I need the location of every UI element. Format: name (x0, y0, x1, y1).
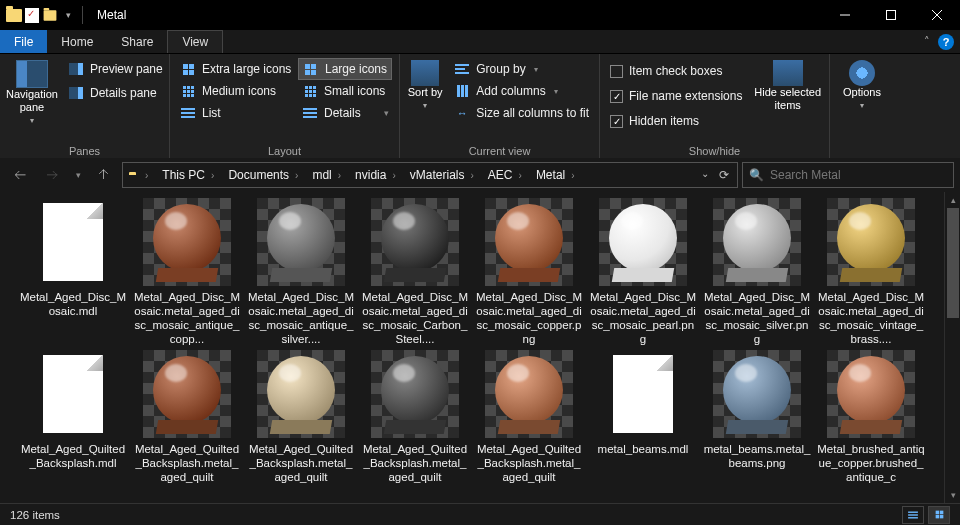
file-name-label: Metal_Aged_Disc_Mosaic.mdl (19, 290, 127, 318)
add-columns-button[interactable]: Add columns▾ (450, 80, 593, 102)
options-button[interactable]: Options ▾ (837, 58, 887, 110)
breadcrumb-segment[interactable]: Documents› (224, 168, 308, 182)
minimize-ribbon-icon[interactable]: ˄ (924, 35, 930, 48)
file-item[interactable]: Metal_Aged_Disc_Mosaic.metal_aged_disc_m… (816, 198, 926, 346)
explorer-window: ▾ Metal File Home Share View ˄ ? Navigat… (0, 0, 960, 525)
file-name-label: Metal_brushed_antique_copper.brushed_ant… (817, 442, 925, 484)
layout-details[interactable]: Details (298, 102, 378, 124)
maximize-button[interactable] (868, 0, 914, 30)
file-item[interactable]: Metal_Aged_Disc_Mosaic.mdl (18, 198, 128, 346)
layout-medium-icons[interactable]: Medium icons (176, 80, 296, 102)
size-columns-button[interactable]: ↔Size all columns to fit (450, 102, 593, 124)
file-name-label: Metal_Aged_Quilted_Backsplash.metal_aged… (475, 442, 583, 484)
close-button[interactable] (914, 0, 960, 30)
help-icon[interactable]: ? (938, 34, 954, 50)
layout-small-icons[interactable]: Small icons (298, 80, 392, 102)
item-checkboxes-toggle[interactable]: Item check boxes (606, 60, 746, 82)
scroll-down-icon[interactable]: ▾ (945, 487, 960, 503)
address-dropdown-icon[interactable]: ⌄ (701, 168, 709, 182)
group-by-button[interactable]: Group by▾ (450, 58, 593, 80)
layout-list[interactable]: List (176, 102, 296, 124)
details-pane-button[interactable]: Details pane (64, 82, 167, 104)
item-checkboxes-label: Item check boxes (629, 64, 722, 78)
file-item[interactable]: Metal_Aged_Disc_Mosaic.metal_aged_disc_m… (132, 198, 242, 346)
material-thumbnail (713, 198, 801, 286)
group-label-layout: Layout (176, 143, 393, 158)
layout-xl-icons[interactable]: Extra large icons (176, 58, 296, 80)
file-item[interactable]: metal_beams.mdl (588, 350, 698, 484)
status-bar: 126 items (0, 503, 960, 525)
breadcrumb-segment[interactable]: vMaterials› (406, 168, 484, 182)
file-item[interactable]: Metal_Aged_Quilted_Backsplash.mdl (18, 350, 128, 484)
breadcrumb-sep[interactable]: › (135, 170, 158, 181)
file-item[interactable]: Metal_Aged_Quilted_Backsplash.metal_aged… (474, 350, 584, 484)
hidden-items-toggle[interactable]: Hidden items (606, 110, 746, 132)
file-item[interactable]: metal_beams.metal_beams.png (702, 350, 812, 484)
navigation-pane-icon (16, 60, 48, 88)
search-input[interactable] (770, 168, 947, 182)
file-item[interactable]: Metal_Aged_Quilted_Backsplash.metal_aged… (132, 350, 242, 484)
menu-file[interactable]: File (0, 30, 47, 53)
hidden-items-label: Hidden items (629, 114, 699, 128)
file-extensions-label: File name extensions (629, 89, 742, 103)
material-thumbnail (371, 198, 459, 286)
checkbox-checked-icon (610, 115, 623, 128)
nav-recent-button[interactable]: ▾ (70, 162, 86, 188)
material-thumbnail (713, 350, 801, 438)
file-item[interactable]: Metal_brushed_antique_copper.brushed_ant… (816, 350, 926, 484)
status-large-view-button[interactable] (928, 506, 950, 524)
group-label-current: Current view (406, 143, 593, 158)
sort-by-button[interactable]: Sort by ▾ (406, 58, 444, 110)
breadcrumb-segment[interactable]: mdl› (308, 168, 351, 182)
scroll-up-icon[interactable]: ▴ (945, 192, 960, 208)
chevron-down-icon: ▾ (30, 116, 34, 125)
file-extensions-toggle[interactable]: File name extensions (606, 85, 746, 107)
divider (82, 6, 83, 24)
menu-share[interactable]: Share (107, 30, 167, 53)
file-item[interactable]: Metal_Aged_Disc_Mosaic.metal_aged_disc_m… (702, 198, 812, 346)
layout-large-icons[interactable]: Large icons (298, 58, 392, 80)
material-thumbnail (257, 350, 345, 438)
refresh-icon[interactable]: ⟳ (719, 168, 729, 182)
file-item[interactable]: Metal_Aged_Disc_Mosaic.metal_aged_disc_m… (474, 198, 584, 346)
nav-up-button[interactable]: 🡡 (90, 162, 118, 188)
nav-back-button[interactable]: 🡠 (6, 162, 34, 188)
status-details-view-button[interactable] (902, 506, 924, 524)
gear-icon (849, 60, 875, 86)
group-by-label: Group by (476, 62, 525, 76)
breadcrumb-segment[interactable]: This PC› (158, 168, 224, 182)
qat-newfolder-icon[interactable] (42, 7, 58, 23)
minimize-button[interactable] (822, 0, 868, 30)
qat-properties-icon[interactable] (24, 7, 40, 23)
group-label-showhide: Show/hide (606, 143, 823, 158)
file-item[interactable]: Metal_Aged_Disc_Mosaic.metal_aged_disc_m… (360, 198, 470, 346)
search-box[interactable]: 🔍 (742, 162, 954, 188)
menu-view[interactable]: View (167, 30, 223, 53)
file-item[interactable]: Metal_Aged_Disc_Mosaic.metal_aged_disc_m… (588, 198, 698, 346)
file-item[interactable]: Metal_Aged_Quilted_Backsplash.metal_aged… (246, 350, 356, 484)
chevron-down-icon: ▾ (534, 65, 538, 74)
preview-pane-button[interactable]: Preview pane (64, 58, 167, 80)
vertical-scrollbar[interactable]: ▴ ▾ (944, 192, 960, 503)
breadcrumb-segment[interactable]: nvidia› (351, 168, 406, 182)
file-grid-area[interactable]: Metal_Aged_Disc_Mosaic.mdl Metal_Aged_Di… (0, 192, 944, 503)
material-thumbnail (485, 350, 573, 438)
layout-more-icon[interactable]: ▾ (380, 102, 392, 124)
file-item[interactable]: Metal_Aged_Quilted_Backsplash.metal_aged… (360, 350, 470, 484)
file-name-label: Metal_Aged_Disc_Mosaic.metal_aged_disc_m… (589, 290, 697, 346)
sort-icon (411, 60, 439, 86)
navigation-pane-button[interactable]: Navigation pane ▾ (6, 58, 58, 125)
content-area: Metal_Aged_Disc_Mosaic.mdl Metal_Aged_Di… (0, 192, 960, 503)
nav-forward-button[interactable]: 🡢 (38, 162, 66, 188)
qat-dropdown-icon[interactable]: ▾ (60, 7, 76, 23)
sort-by-label: Sort by (408, 86, 443, 99)
breadcrumb-segment[interactable]: AEC› (484, 168, 532, 182)
menu-home[interactable]: Home (47, 30, 107, 53)
scroll-thumb[interactable] (947, 208, 959, 318)
add-columns-label: Add columns (476, 84, 545, 98)
file-thumbnail (29, 198, 117, 286)
file-item[interactable]: Metal_Aged_Disc_Mosaic.metal_aged_disc_m… (246, 198, 356, 346)
address-bar[interactable]: › This PC›Documents›mdl›nvidia›vMaterial… (122, 162, 738, 188)
hide-selected-button[interactable]: Hide selected items (752, 58, 823, 112)
breadcrumb-segment[interactable]: Metal› (532, 168, 585, 182)
